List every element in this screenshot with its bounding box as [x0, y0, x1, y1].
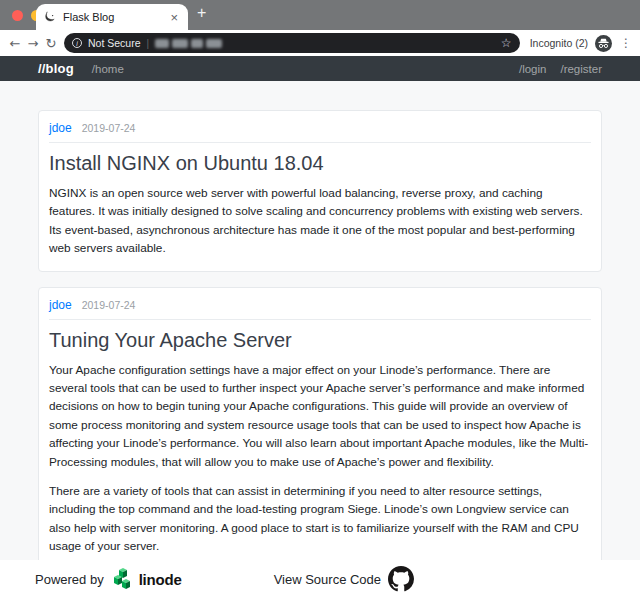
nav-home-link[interactable]: /home [92, 63, 124, 75]
titlebar: Flask Blog × + [0, 0, 640, 30]
author-link[interactable]: jdoe [49, 298, 72, 312]
close-window-button[interactable] [12, 10, 23, 21]
site-info-icon[interactable]: i [72, 38, 82, 48]
redacted-url [155, 39, 501, 48]
post-excerpt: NGINX is an open source web server with … [49, 184, 591, 258]
post-title[interactable]: Tuning Your Apache Server [49, 327, 591, 353]
site-footer: Powered by linode View Source Code [0, 560, 640, 598]
close-tab-icon[interactable]: × [168, 10, 180, 25]
back-icon[interactable]: ← [6, 36, 24, 51]
forward-icon[interactable]: → [24, 36, 42, 51]
incognito-label: Incognito (2) [530, 37, 588, 49]
security-label: Not Secure [88, 37, 141, 49]
bookmark-star-icon[interactable]: ☆ [501, 36, 512, 50]
linode-logo-icon[interactable] [112, 567, 134, 591]
author-link[interactable]: jdoe [49, 121, 72, 135]
browser-toolbar: ← → ↻ i Not Secure | ☆ Incognito (2) ⋮ [0, 30, 640, 56]
browser-menu-icon[interactable]: ⋮ [620, 36, 632, 50]
post-list: jdoe 2019-07-24 Install NGINX on Ubuntu … [0, 81, 640, 598]
new-tab-button[interactable]: + [197, 4, 206, 22]
brand-link[interactable]: //blog [38, 61, 74, 76]
address-bar[interactable]: i Not Secure | ☆ [64, 33, 520, 53]
powered-by-label: Powered by [35, 572, 104, 587]
post-title[interactable]: Install NGINX on Ubuntu 18.04 [49, 150, 591, 176]
browser-tab[interactable]: Flask Blog × [36, 4, 188, 30]
incognito-icon[interactable] [595, 35, 612, 52]
nav-login-link[interactable]: /login [519, 63, 547, 75]
tab-title: Flask Blog [63, 11, 168, 23]
linode-wordmark[interactable]: linode [139, 571, 182, 588]
post-excerpt: Your Apache configuration settings have … [49, 361, 591, 471]
post-card: jdoe 2019-07-24 Install NGINX on Ubuntu … [38, 110, 602, 272]
nav-register-link[interactable]: /register [560, 63, 602, 75]
view-source-link[interactable]: View Source Code [274, 572, 381, 587]
post-date: 2019-07-24 [82, 299, 136, 311]
flask-favicon-icon [44, 11, 56, 23]
browser-window: Flask Blog × + ← → ↻ i Not Secure | ☆ In… [0, 0, 640, 598]
url-divider: | [147, 38, 150, 49]
nav-right: /login /register [505, 63, 602, 75]
post-card: jdoe 2019-07-24 Tuning Your Apache Serve… [38, 287, 602, 570]
site-navbar: //blog /home /login /register [0, 56, 640, 81]
post-meta: jdoe 2019-07-24 [49, 298, 591, 320]
github-icon[interactable] [388, 566, 414, 592]
post-meta: jdoe 2019-07-24 [49, 121, 591, 143]
reload-icon[interactable]: ↻ [42, 36, 60, 51]
post-excerpt: There are a variety of tools that can as… [49, 482, 591, 556]
post-date: 2019-07-24 [82, 122, 136, 134]
